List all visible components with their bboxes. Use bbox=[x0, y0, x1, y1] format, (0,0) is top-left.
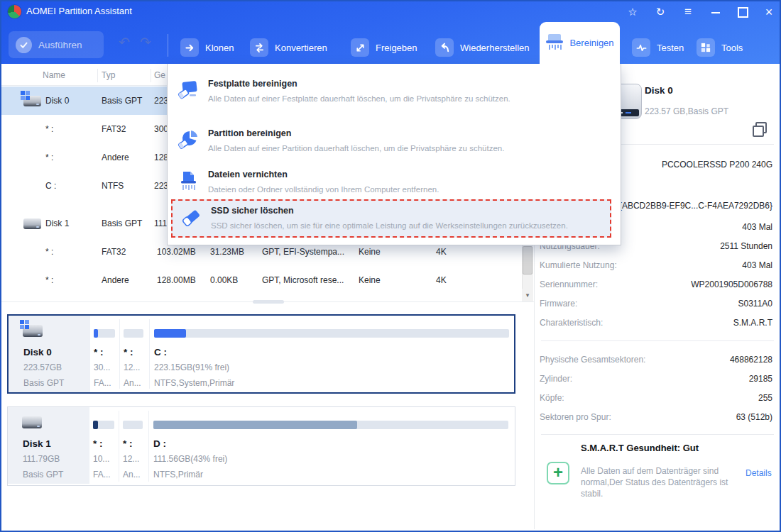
details-link[interactable]: Details bbox=[746, 468, 772, 478]
cell-name: Disk 0 bbox=[45, 87, 69, 115]
dropdown-item-partition-bereinigen[interactable]: Partition bereinigen Alle Daten auf eine… bbox=[178, 119, 611, 163]
partition-usage-bar bbox=[153, 421, 508, 429]
disk0-info-box: Disk 0 223.57GB Basis GPT bbox=[9, 316, 90, 392]
col-divider bbox=[97, 69, 98, 82]
partition-label[interactable]: * : bbox=[124, 347, 133, 358]
cell-typ: Basis GPT bbox=[102, 87, 142, 115]
partition-size: 12... bbox=[124, 362, 140, 372]
dropdown-item-desc: Alle Daten auf einer Festplatte dauerhaf… bbox=[208, 94, 510, 103]
cell-name: * : bbox=[45, 266, 53, 294]
partition-usage-bar bbox=[93, 421, 114, 429]
shred-files-icon bbox=[178, 170, 199, 194]
maximize-icon bbox=[738, 7, 748, 18]
partition-divider bbox=[119, 319, 120, 389]
info-label: Seriennummer: bbox=[540, 279, 598, 289]
redo-icon[interactable]: ↷ bbox=[140, 35, 151, 50]
info-value: WP2001905D006788 bbox=[691, 279, 772, 289]
col-header-size: Ge bbox=[154, 70, 165, 80]
cell-typ: Andere bbox=[102, 266, 129, 294]
cell-typ: Andere bbox=[102, 143, 129, 172]
disk-scheme: Basis GPT bbox=[23, 470, 63, 480]
splitter-handle[interactable] bbox=[253, 300, 284, 304]
partition-fs: An... bbox=[123, 470, 141, 480]
close-button[interactable]: × bbox=[761, 4, 777, 20]
disk-size: 223.57GB bbox=[23, 362, 62, 372]
copy-icon[interactable] bbox=[755, 122, 767, 133]
disk-name: Disk 0 bbox=[23, 347, 52, 358]
grid-icon bbox=[697, 38, 715, 57]
dropdown-item-festplatte-bereinigen[interactable]: Festplatte bereinigen Alle Daten auf ein… bbox=[178, 70, 611, 113]
scrollbar-thumb[interactable] bbox=[523, 246, 532, 275]
partition-usage-bar bbox=[94, 329, 115, 338]
menu-label: Wiederherstellen bbox=[460, 43, 530, 53]
minimize-icon bbox=[711, 12, 720, 13]
dropdown-item-dateien-vernichten[interactable]: Dateien vernichten Dateien oder Ordner v… bbox=[178, 163, 611, 201]
cell-sector: 4K bbox=[436, 266, 447, 294]
info-label: Physische Gesamtsektoren: bbox=[540, 355, 645, 365]
partition-usage-bar bbox=[154, 329, 509, 338]
main-menu-icon[interactable]: ≡ bbox=[680, 4, 696, 20]
cell-typ: FAT32 bbox=[102, 238, 126, 266]
menu-tools[interactable]: Tools bbox=[697, 31, 743, 64]
app-logo-icon bbox=[8, 5, 21, 18]
partition-label[interactable]: C : bbox=[154, 347, 167, 358]
menu-label: Testen bbox=[657, 43, 684, 53]
menu-freigeben[interactable]: Freigeben bbox=[351, 31, 417, 64]
info-value-guid: {ABCD2BB9-EF9C...C-F4AEA7292DB6} bbox=[619, 201, 772, 211]
dropdown-item-desc: Dateien oder Ordner vollständig von Ihre… bbox=[208, 185, 439, 194]
check-circle-icon bbox=[16, 37, 32, 53]
dropdown-item-title: Dateien vernichten bbox=[208, 170, 439, 179]
partition-size: 12... bbox=[123, 454, 139, 464]
dropdown-item-title: Partition bereinigen bbox=[208, 128, 504, 138]
favorite-star-icon[interactable]: ☆ bbox=[625, 4, 640, 20]
execute-button[interactable]: Ausführen bbox=[9, 31, 104, 58]
cell-typ: Basis GPT bbox=[102, 209, 142, 238]
partition-fs: An... bbox=[124, 378, 141, 388]
undo-icon[interactable]: ↶ bbox=[119, 35, 130, 50]
scroll-down-button[interactable]: ▾ bbox=[522, 289, 533, 301]
app-title: AOMEI Partition Assistant bbox=[26, 6, 132, 16]
partition-label[interactable]: D : bbox=[153, 438, 166, 449]
update-sync-icon[interactable]: ↻ bbox=[652, 4, 668, 20]
disk0-panel[interactable]: Disk 0 223.57GB Basis GPT * : 30... FA..… bbox=[7, 314, 515, 394]
partition-fs: NTFS,System,Primär bbox=[154, 378, 234, 388]
menu-klonen[interactable]: Klonen bbox=[180, 31, 234, 64]
divider bbox=[541, 340, 774, 341]
restore-arrow-icon bbox=[435, 38, 454, 57]
menu-bereinigen-active-tab[interactable]: Bereinigen bbox=[540, 22, 620, 64]
right-panel-disk-name: Disk 0 bbox=[645, 85, 673, 96]
disk-icon bbox=[23, 96, 41, 106]
partition-label[interactable]: * : bbox=[93, 438, 103, 449]
info-label: Charakteristisch: bbox=[540, 318, 603, 328]
dropdown-item-title: Festplatte bereinigen bbox=[208, 79, 510, 89]
menu-label: Freigeben bbox=[376, 43, 417, 53]
cell-name: * : bbox=[45, 238, 53, 266]
menu-konvertieren[interactable]: Konvertieren bbox=[250, 31, 327, 64]
menu-label: Bereinigen bbox=[569, 38, 613, 48]
info-value: 2511 Stunden bbox=[720, 241, 772, 251]
menu-wiederherstellen[interactable]: Wiederherstellen bbox=[435, 31, 530, 64]
smart-health-title: S.M.A.R.T Gesundheit: Gut bbox=[581, 443, 699, 453]
disk-icon bbox=[22, 416, 42, 428]
smart-health-text: Alle Daten auf dem Datenträger sind norm… bbox=[581, 465, 736, 499]
partition-divider bbox=[149, 319, 150, 389]
menu-label: Konvertieren bbox=[275, 43, 327, 53]
info-value: 403 Mal bbox=[742, 222, 772, 232]
disk1-panel[interactable]: Disk 1 111.79GB Basis GPT * : 10... FA..… bbox=[7, 406, 515, 486]
disk-icon bbox=[23, 325, 43, 337]
cell-name: * : bbox=[45, 143, 53, 172]
partition-label[interactable]: * : bbox=[94, 347, 104, 358]
partition-size: 111.56GB(43% frei) bbox=[153, 454, 227, 464]
menu-testen[interactable]: Testen bbox=[632, 31, 684, 64]
table-row-partition[interactable]: * : Andere 128.00MB 0.00KB GPT, Microsof… bbox=[0, 266, 533, 294]
partition-divider bbox=[119, 411, 119, 482]
partition-size: 223.15GB(91% frei) bbox=[154, 362, 229, 372]
partition-fs: NTFS,Primär bbox=[153, 470, 203, 480]
dropdown-item-ssd-sicher-loeschen[interactable]: SSD sicher löschen SSD sicher löschen, u… bbox=[171, 199, 611, 238]
health-plus-icon bbox=[547, 462, 569, 484]
info-label: Firmware: bbox=[540, 299, 577, 309]
secure-erase-ssd-icon bbox=[180, 206, 202, 231]
dropdown-item-desc: Alle Daten auf einer Partition dauerhaft… bbox=[208, 144, 504, 153]
partition-label[interactable]: * : bbox=[123, 438, 133, 449]
header-bar: AOMEI Partition Assistant ☆ ↻ ≡ × Ausfüh… bbox=[0, 0, 781, 64]
